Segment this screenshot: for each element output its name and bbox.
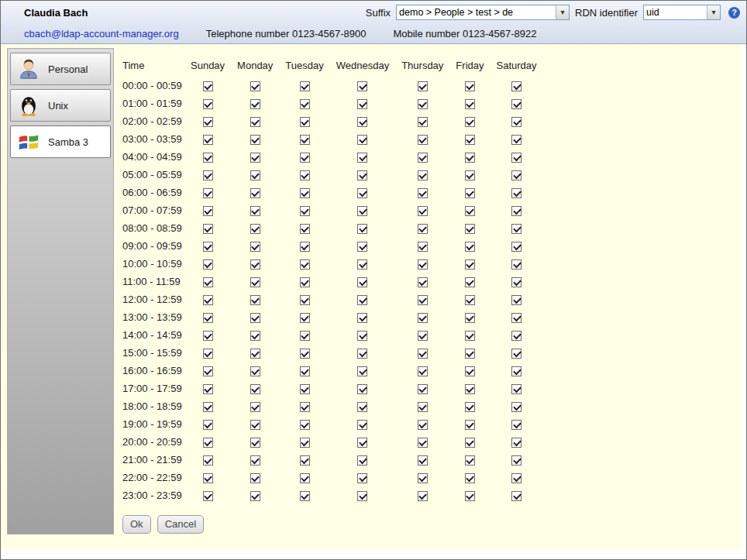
cancel-button[interactable]: Cancel: [157, 515, 204, 534]
logon-hour-checkbox-wednesday-00[interactable]: [357, 81, 367, 91]
logon-hour-checkbox-wednesday-21[interactable]: [357, 455, 367, 466]
logon-hour-checkbox-wednesday-05[interactable]: [357, 170, 367, 180]
logon-hour-checkbox-monday-22[interactable]: [250, 473, 260, 483]
logon-hour-checkbox-friday-21[interactable]: [465, 455, 475, 466]
logon-hour-checkbox-friday-00[interactable]: [465, 81, 475, 91]
logon-hour-checkbox-friday-14[interactable]: [465, 331, 475, 341]
logon-hour-checkbox-saturday-23[interactable]: [511, 491, 522, 501]
logon-hour-checkbox-friday-08[interactable]: [465, 224, 475, 234]
help-icon[interactable]: [728, 7, 740, 19]
logon-hour-checkbox-saturday-21[interactable]: [511, 455, 522, 466]
logon-hour-checkbox-tuesday-21[interactable]: [300, 455, 310, 466]
logon-hour-checkbox-thursday-16[interactable]: [418, 366, 428, 376]
logon-hour-checkbox-sunday-14[interactable]: [203, 331, 213, 341]
logon-hour-checkbox-friday-19[interactable]: [465, 420, 475, 430]
logon-hour-checkbox-saturday-07[interactable]: [511, 206, 522, 216]
logon-hour-checkbox-wednesday-22[interactable]: [357, 473, 367, 483]
tab-samba3[interactable]: Samba 3: [10, 125, 111, 158]
logon-hour-checkbox-saturday-09[interactable]: [511, 242, 522, 252]
logon-hour-checkbox-saturday-00[interactable]: [511, 81, 522, 91]
logon-hour-checkbox-saturday-15[interactable]: [511, 349, 522, 359]
logon-hour-checkbox-tuesday-04[interactable]: [300, 153, 310, 163]
logon-hour-checkbox-tuesday-10[interactable]: [300, 259, 310, 270]
logon-hour-checkbox-thursday-06[interactable]: [418, 188, 428, 198]
logon-hour-checkbox-sunday-12[interactable]: [203, 295, 213, 305]
logon-hour-checkbox-monday-03[interactable]: [250, 135, 260, 145]
logon-hour-checkbox-saturday-01[interactable]: [511, 99, 522, 109]
logon-hour-checkbox-thursday-05[interactable]: [418, 170, 428, 180]
logon-hour-checkbox-monday-08[interactable]: [250, 224, 260, 234]
logon-hour-checkbox-sunday-17[interactable]: [203, 384, 213, 394]
logon-hour-checkbox-thursday-23[interactable]: [418, 491, 428, 501]
logon-hour-checkbox-thursday-14[interactable]: [418, 331, 428, 341]
logon-hour-checkbox-wednesday-23[interactable]: [357, 491, 367, 501]
logon-hour-checkbox-monday-01[interactable]: [250, 99, 260, 109]
logon-hour-checkbox-tuesday-01[interactable]: [300, 99, 310, 109]
logon-hour-checkbox-wednesday-01[interactable]: [357, 99, 367, 109]
logon-hour-checkbox-tuesday-00[interactable]: [300, 81, 310, 91]
logon-hour-checkbox-tuesday-09[interactable]: [300, 242, 310, 252]
logon-hour-checkbox-thursday-01[interactable]: [418, 99, 428, 109]
logon-hour-checkbox-sunday-00[interactable]: [203, 81, 213, 91]
logon-hour-checkbox-monday-15[interactable]: [250, 349, 260, 359]
logon-hour-checkbox-wednesday-16[interactable]: [357, 366, 367, 376]
logon-hour-checkbox-saturday-20[interactable]: [511, 438, 522, 448]
logon-hour-checkbox-saturday-05[interactable]: [511, 170, 522, 180]
logon-hour-checkbox-saturday-17[interactable]: [511, 384, 522, 394]
logon-hour-checkbox-wednesday-03[interactable]: [357, 135, 367, 145]
logon-hour-checkbox-saturday-14[interactable]: [511, 331, 522, 341]
logon-hour-checkbox-tuesday-05[interactable]: [300, 170, 310, 180]
logon-hour-checkbox-monday-02[interactable]: [250, 117, 260, 127]
logon-hour-checkbox-monday-10[interactable]: [250, 259, 260, 270]
logon-hour-checkbox-wednesday-06[interactable]: [357, 188, 367, 198]
logon-hour-checkbox-sunday-16[interactable]: [203, 366, 213, 376]
logon-hour-checkbox-tuesday-16[interactable]: [300, 366, 310, 376]
logon-hour-checkbox-wednesday-19[interactable]: [357, 420, 367, 430]
logon-hour-checkbox-monday-21[interactable]: [250, 455, 260, 466]
logon-hour-checkbox-wednesday-17[interactable]: [357, 384, 367, 394]
suffix-select[interactable]: demo > People > test > de: [396, 5, 570, 20]
logon-hour-checkbox-friday-11[interactable]: [465, 277, 475, 287]
logon-hour-checkbox-tuesday-12[interactable]: [300, 295, 310, 305]
logon-hour-checkbox-monday-05[interactable]: [250, 170, 260, 180]
chevron-down-icon[interactable]: [556, 5, 569, 19]
logon-hour-checkbox-sunday-18[interactable]: [203, 402, 213, 412]
logon-hour-checkbox-monday-14[interactable]: [250, 331, 260, 341]
logon-hour-checkbox-sunday-13[interactable]: [203, 313, 213, 323]
logon-hour-checkbox-wednesday-18[interactable]: [357, 402, 367, 412]
logon-hour-checkbox-saturday-10[interactable]: [511, 259, 522, 270]
logon-hour-checkbox-saturday-06[interactable]: [511, 188, 522, 198]
logon-hour-checkbox-monday-23[interactable]: [250, 491, 260, 501]
logon-hour-checkbox-tuesday-17[interactable]: [300, 384, 310, 394]
logon-hour-checkbox-monday-13[interactable]: [250, 313, 260, 323]
logon-hour-checkbox-saturday-12[interactable]: [511, 295, 522, 305]
logon-hour-checkbox-friday-22[interactable]: [465, 473, 475, 483]
logon-hour-checkbox-wednesday-07[interactable]: [357, 206, 367, 216]
logon-hour-checkbox-tuesday-02[interactable]: [300, 117, 310, 127]
logon-hour-checkbox-thursday-09[interactable]: [418, 242, 428, 252]
logon-hour-checkbox-thursday-19[interactable]: [418, 420, 428, 430]
logon-hour-checkbox-friday-10[interactable]: [465, 259, 475, 270]
logon-hour-checkbox-wednesday-11[interactable]: [357, 277, 367, 287]
logon-hour-checkbox-monday-06[interactable]: [250, 188, 260, 198]
logon-hour-checkbox-thursday-00[interactable]: [418, 81, 428, 91]
logon-hour-checkbox-wednesday-10[interactable]: [357, 259, 367, 270]
logon-hour-checkbox-thursday-15[interactable]: [418, 349, 428, 359]
logon-hour-checkbox-sunday-08[interactable]: [203, 224, 213, 234]
logon-hour-checkbox-wednesday-04[interactable]: [357, 153, 367, 163]
logon-hour-checkbox-sunday-15[interactable]: [203, 349, 213, 359]
logon-hour-checkbox-monday-09[interactable]: [250, 242, 260, 252]
logon-hour-checkbox-friday-03[interactable]: [465, 135, 475, 145]
logon-hour-checkbox-wednesday-09[interactable]: [357, 242, 367, 252]
logon-hour-checkbox-saturday-03[interactable]: [511, 135, 522, 145]
logon-hour-checkbox-thursday-08[interactable]: [418, 224, 428, 234]
logon-hour-checkbox-wednesday-02[interactable]: [357, 117, 367, 127]
logon-hour-checkbox-saturday-19[interactable]: [511, 420, 522, 430]
logon-hour-checkbox-sunday-02[interactable]: [203, 117, 213, 127]
logon-hour-checkbox-friday-05[interactable]: [465, 170, 475, 180]
logon-hour-checkbox-tuesday-18[interactable]: [300, 402, 310, 412]
logon-hour-checkbox-saturday-04[interactable]: [511, 153, 522, 163]
logon-hour-checkbox-tuesday-07[interactable]: [300, 206, 310, 216]
logon-hour-checkbox-sunday-03[interactable]: [203, 135, 213, 145]
logon-hour-checkbox-thursday-11[interactable]: [418, 277, 428, 287]
